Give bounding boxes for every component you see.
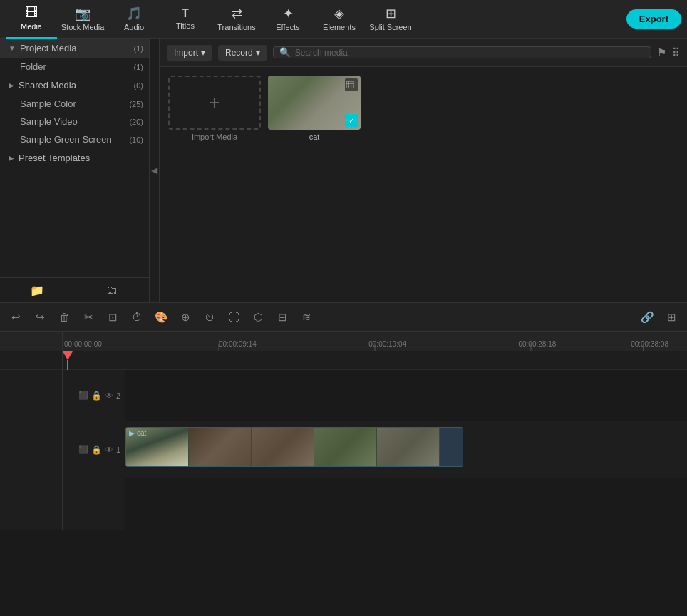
toolbar-label-split-screen: Split Screen — [369, 23, 411, 31]
sample-green-screen-label: Sample Green Screen — [20, 134, 129, 145]
cut-button[interactable]: ✂ — [78, 307, 98, 327]
toolbar-item-media[interactable]: 🎞 Media — [6, 0, 57, 38]
track-2-eye[interactable]: 👁 — [105, 391, 113, 401]
sample-color-count: (25) — [129, 100, 143, 108]
playhead[interactable] — [63, 351, 73, 370]
overlay-button[interactable]: ⊕ — [175, 307, 195, 327]
toolbar-label-stock-media: Stock Media — [61, 23, 105, 31]
track-label-1: ⬛ 🔒 👁 1 — [63, 421, 125, 478]
clip-frame-3 — [252, 428, 314, 466]
toolbar-label-elements: Elements — [323, 23, 356, 31]
clip-frames — [126, 428, 440, 466]
record-dropdown-icon: ▾ — [256, 48, 260, 58]
timeline-toolbar: ↩ ↪ 🗑 ✂ ⊡ ⏱ 🎨 ⊕ ⏲ ⛶ ⬡ ⊟ ≋ 🔗 ⊞ — [0, 303, 687, 332]
import-media-box[interactable]: + — [168, 76, 261, 130]
undo-button[interactable]: ↩ — [6, 307, 26, 327]
toolbar-label-transitions: Transitions — [217, 23, 255, 31]
sidebar-item-preset-templates[interactable]: ▶ Preset Templates — [0, 148, 149, 168]
track-2-icons: ⬛ 🔒 👁 2 — [78, 391, 120, 401]
folder-count: (1) — [134, 63, 143, 71]
split-screen-icon: ⊞ — [386, 6, 396, 21]
crop-button[interactable]: ⊡ — [103, 307, 123, 327]
delete-button[interactable]: 🗑 — [54, 307, 74, 327]
import-media-item[interactable]: + Import Media — [168, 76, 261, 141]
transitions-icon: ⇄ — [232, 6, 242, 21]
project-media-label: Project Media — [20, 43, 134, 53]
sidebar-item-sample-green-screen[interactable]: Sample Green Screen (10) — [0, 130, 149, 148]
track-1-eye[interactable]: 👁 — [105, 445, 113, 455]
timeline-ruler: 00:00:00:00 00:00:09:14 00:00:19:04 00:0… — [63, 332, 687, 351]
timeline-area: ↩ ↪ 🗑 ✂ ⊡ ⏱ 🎨 ⊕ ⏲ ⛶ ⬡ ⊟ ≋ 🔗 ⊞ 00:00:00:0… — [0, 302, 687, 530]
sidebar-item-sample-video[interactable]: Sample Video (20) — [0, 113, 149, 130]
toolbar-item-split-screen[interactable]: ⊞ Split Screen — [365, 0, 416, 38]
collapse-handle[interactable]: ◀ — [150, 38, 160, 302]
main-area: ▼ Project Media (1) Folder (1) ▶ Shared … — [0, 38, 687, 302]
sidebar-item-sample-color[interactable]: Sample Color (25) — [0, 95, 149, 113]
media-toolbar: Import ▾ Record ▾ 🔍 ⚑ ⠿ — [160, 38, 687, 67]
collapse-icon: ◀ — [151, 165, 157, 175]
plus-icon: + — [209, 91, 220, 114]
audio-waves-button[interactable]: ≋ — [296, 307, 316, 327]
clip-frame-5 — [377, 428, 440, 466]
sample-color-label: Sample Color — [20, 98, 129, 109]
speed-button[interactable]: ⏱ — [127, 307, 147, 327]
shared-media-count: (0) — [134, 81, 143, 90]
toolbar-item-audio[interactable]: 🎵 Audio — [108, 0, 160, 38]
video-clip-cat[interactable]: ▶ cat — [125, 427, 463, 467]
import-button[interactable]: Import ▾ — [167, 45, 212, 61]
record-button[interactable]: Record ▾ — [218, 45, 267, 61]
audio-icon: 🎵 — [126, 6, 142, 21]
add-folder-button[interactable]: 📁 — [0, 278, 75, 302]
sidebar: ▼ Project Media (1) Folder (1) ▶ Shared … — [0, 38, 150, 302]
fullscreen-button[interactable]: ⛶ — [224, 307, 244, 327]
selected-check-icon: ✓ — [345, 114, 358, 127]
import-dropdown-icon: ▾ — [201, 48, 205, 58]
track-row-2 — [125, 370, 687, 421]
sidebar-item-shared-media[interactable]: ▶ Shared Media (0) — [0, 76, 149, 95]
arrow-right-icon-2: ▶ — [9, 154, 14, 162]
track-2-lock[interactable]: 🔒 — [91, 391, 102, 401]
sample-video-label: Sample Video — [20, 116, 129, 127]
effect-button[interactable]: ⬡ — [248, 307, 268, 327]
sample-video-count: (20) — [129, 118, 143, 126]
import-label: Import — [174, 48, 198, 58]
sidebar-item-folder[interactable]: Folder (1) — [0, 58, 149, 76]
cat-media-item[interactable]: ✓ cat — [268, 76, 361, 141]
sidebar-item-project-media[interactable]: ▼ Project Media (1) — [0, 38, 149, 58]
track-1-lock[interactable]: 🔒 — [91, 445, 102, 455]
import-media-label: Import Media — [192, 133, 237, 141]
toolbar-item-elements[interactable]: ◈ Elements — [314, 0, 365, 38]
tracks-content: ▶ cat — [125, 370, 687, 530]
toolbar-item-titles[interactable]: T Titles — [160, 0, 211, 38]
grid-icon[interactable]: ⠿ — [672, 46, 680, 59]
track-label-2: ⬛ 🔒 👁 2 — [63, 370, 125, 421]
cat-thumbnail: ✓ — [268, 76, 361, 130]
color-button[interactable]: 🎨 — [151, 307, 171, 327]
preset-templates-label: Preset Templates — [19, 153, 143, 163]
media-panel: Import ▾ Record ▾ 🔍 ⚑ ⠿ + Import Media — [160, 38, 687, 302]
titles-icon: T — [182, 7, 189, 20]
split-view-button[interactable]: ⊞ — [661, 307, 681, 327]
media-icon: 🎞 — [25, 6, 38, 21]
cat-media-label: cat — [309, 133, 320, 141]
toolbar-item-effects[interactable]: ✦ Effects — [262, 0, 314, 38]
adjust-button[interactable]: ⊟ — [272, 307, 292, 327]
toolbar-label-media: Media — [21, 22, 42, 31]
playhead-area[interactable] — [63, 351, 687, 370]
export-button[interactable]: Export — [626, 9, 681, 29]
timeline-left-panel — [0, 332, 63, 530]
clip-name: cat — [137, 429, 146, 437]
timer-button[interactable]: ⏲ — [200, 307, 219, 327]
search-input[interactable] — [295, 48, 645, 58]
track-labels: ⬛ 🔒 👁 2 ⬛ 🔒 👁 1 — [63, 370, 125, 530]
top-toolbar: 🎞 Media 📷 Stock Media 🎵 Audio T Titles ⇄… — [0, 0, 687, 38]
new-folder-button[interactable]: 🗂 — [75, 278, 150, 302]
link-clips-button[interactable]: 🔗 — [637, 307, 657, 327]
redo-button[interactable]: ↪ — [30, 307, 50, 327]
track-row-1: ▶ cat — [125, 421, 687, 478]
toolbar-item-stock-media[interactable]: 📷 Stock Media — [57, 0, 108, 38]
toolbar-label-effects: Effects — [276, 23, 299, 31]
filter-icon[interactable]: ⚑ — [657, 46, 666, 59]
toolbar-item-transitions[interactable]: ⇄ Transitions — [211, 0, 262, 38]
sidebar-bottom: 📁 🗂 — [0, 277, 149, 302]
